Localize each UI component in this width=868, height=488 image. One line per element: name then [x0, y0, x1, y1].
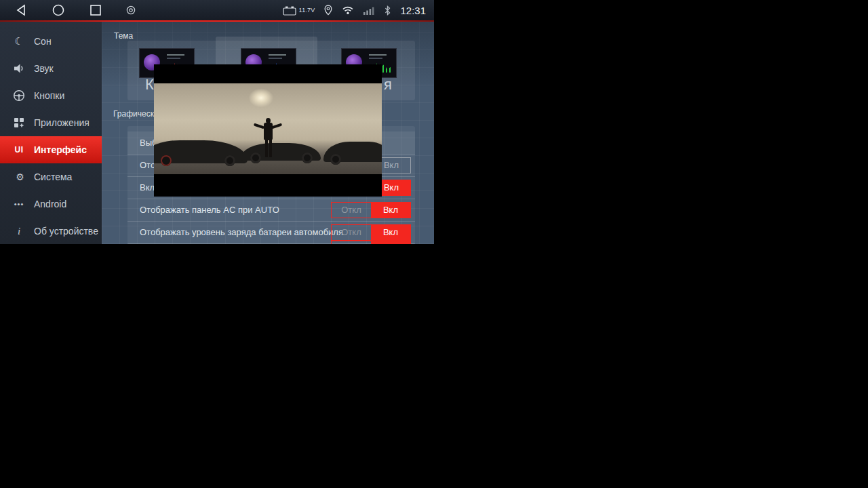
voltage-readout: 11.7V: [299, 7, 315, 14]
partial-next-row-buttons: [331, 241, 411, 244]
off-on-button-group: ОтклВкл: [331, 202, 411, 218]
setting-label: Отображать уровень заряда батареи автомо…: [140, 227, 343, 237]
wifi-icon: [342, 5, 354, 15]
bluetooth-icon: [384, 5, 391, 16]
steering-wheel-icon: [11, 89, 27, 102]
app-circle-icon[interactable]: [126, 5, 136, 15]
signal-icon: [363, 5, 375, 15]
sidebar-item-about[interactable]: iОб устройстве: [0, 218, 102, 244]
sidebar-label: Сон: [34, 36, 52, 47]
sidebar-item-apps[interactable]: Приложения: [0, 109, 102, 136]
on-button[interactable]: Вкл: [371, 225, 410, 240]
sidebar-item-sleep[interactable]: ☾Сон: [0, 28, 102, 55]
sidebar-label: Об устройстве: [34, 226, 98, 237]
settings-sidebar: ☾Сон Звук Кнопки Приложения UIИнтерфейс …: [0, 22, 102, 244]
sidebar-label: Приложения: [34, 117, 90, 128]
speaker-icon: [11, 63, 27, 74]
sidebar-label: Android: [34, 199, 66, 209]
dots-icon: •••: [11, 200, 27, 208]
sidebar-item-buttons[interactable]: Кнопки: [0, 82, 102, 109]
video-frame: [154, 83, 382, 174]
status-bar: 11.7V 12:31: [0, 0, 434, 20]
setting-row-ac-panel[interactable]: Отображать панель AC при AUTO ОтклВкл: [127, 199, 415, 222]
sidebar-item-system[interactable]: ⚙Система: [0, 163, 102, 190]
quadrant-system-settings: 11.7V 12:31 ☾Сон Звук Кнопки Приложения …: [0, 0, 434, 244]
man-silhouette: [254, 118, 281, 159]
sidebar-item-android[interactable]: •••Android: [0, 190, 102, 218]
sidebar-label: Интерфейс: [34, 144, 87, 155]
sidebar-label: Звук: [34, 63, 54, 74]
back-button[interactable]: [15, 3, 27, 17]
off-button[interactable]: Откл: [332, 225, 371, 240]
off-button[interactable]: Откл: [332, 203, 371, 218]
recents-button[interactable]: [90, 4, 102, 16]
theme-name-fragment: я: [384, 76, 392, 94]
theme-name-fragment: К: [145, 76, 154, 94]
info-icon: i: [11, 226, 27, 237]
car-silhouette: [154, 140, 248, 163]
sidebar-item-interface[interactable]: UIИнтерфейс: [0, 136, 102, 163]
sidebar-label: Система: [34, 171, 72, 182]
clock: 12:31: [400, 5, 426, 16]
theme-section-header: Тема: [114, 31, 133, 41]
off-on-button-group: ОтклВкл: [331, 224, 411, 241]
setting-label: Отображать панель AC при AUTO: [140, 205, 279, 215]
gears-icon: ⚙: [11, 171, 27, 182]
floating-video-window[interactable]: [154, 64, 382, 197]
moon-icon: ☾: [11, 35, 27, 47]
car-silhouette: [323, 142, 382, 162]
four-screenshot-grid: 12.1V 12:31 See You Again-Wiz Kha... Sis…: [0, 0, 868, 488]
ui-badge-icon: UI: [11, 145, 27, 155]
location-icon: [323, 5, 333, 16]
apps-icon: [11, 117, 27, 128]
sidebar-label: Кнопки: [34, 90, 64, 101]
on-button[interactable]: Вкл: [371, 203, 410, 218]
sidebar-item-sound[interactable]: Звук: [0, 55, 102, 82]
battery-voltage-icon: [283, 5, 296, 16]
home-button[interactable]: [52, 3, 65, 17]
